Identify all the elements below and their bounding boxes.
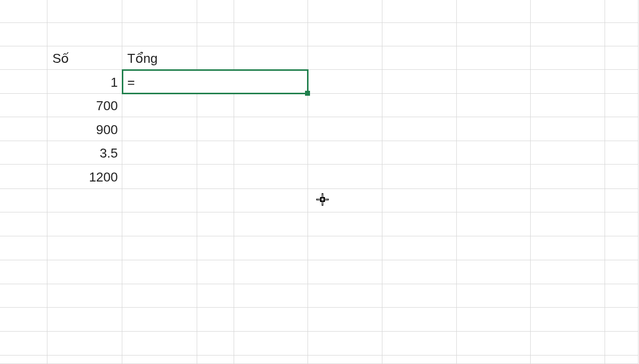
cell[interactable]	[457, 165, 531, 189]
cell[interactable]	[0, 117, 47, 141]
cell[interactable]	[197, 46, 234, 70]
cell[interactable]	[47, 23, 122, 46]
cell[interactable]	[457, 46, 531, 70]
cell[interactable]	[234, 356, 308, 364]
cell[interactable]	[308, 141, 382, 165]
cell[interactable]	[47, 189, 122, 212]
cell[interactable]	[0, 212, 47, 236]
cell[interactable]	[605, 356, 639, 364]
cell[interactable]	[308, 236, 382, 260]
cell[interactable]	[531, 141, 605, 165]
cell[interactable]	[457, 212, 531, 236]
cell[interactable]	[308, 46, 382, 70]
cell[interactable]	[234, 165, 308, 189]
cell[interactable]	[382, 94, 457, 117]
cell[interactable]	[457, 94, 531, 117]
cell[interactable]	[122, 0, 197, 23]
cell[interactable]	[0, 332, 47, 356]
cell[interactable]	[531, 212, 605, 236]
cell[interactable]	[457, 0, 531, 23]
cell[interactable]: Tổng	[122, 46, 197, 70]
cell[interactable]	[122, 284, 197, 308]
cell[interactable]: Số	[47, 46, 122, 70]
cell[interactable]	[308, 260, 382, 284]
cell[interactable]	[382, 141, 457, 165]
cell[interactable]	[122, 117, 197, 141]
cell[interactable]	[47, 260, 122, 284]
cell[interactable]	[605, 70, 639, 94]
cell[interactable]	[605, 332, 639, 356]
cell[interactable]	[197, 117, 234, 141]
cell[interactable]	[531, 308, 605, 332]
cell[interactable]	[197, 165, 234, 189]
active-cell[interactable]: =	[122, 70, 308, 94]
cell[interactable]	[308, 94, 382, 117]
spreadsheet-grid[interactable]: SốTổng17009003.51200=	[0, 0, 639, 364]
cell[interactable]	[197, 284, 234, 308]
cell[interactable]	[197, 236, 234, 260]
cell[interactable]	[197, 356, 234, 364]
cell[interactable]	[605, 236, 639, 260]
cell[interactable]	[122, 236, 197, 260]
cell[interactable]	[457, 189, 531, 212]
cell[interactable]	[457, 308, 531, 332]
cell[interactable]	[47, 236, 122, 260]
cell[interactable]	[197, 189, 234, 212]
cell[interactable]	[531, 70, 605, 94]
cell[interactable]	[308, 23, 382, 46]
cell[interactable]	[382, 308, 457, 332]
cell[interactable]	[0, 23, 47, 46]
cell[interactable]	[47, 356, 122, 364]
cell[interactable]	[605, 0, 639, 23]
cell[interactable]	[122, 189, 197, 212]
cell[interactable]	[308, 0, 382, 23]
cell[interactable]	[605, 117, 639, 141]
cell[interactable]	[531, 260, 605, 284]
cell[interactable]	[234, 94, 308, 117]
cell[interactable]	[197, 0, 234, 23]
cell[interactable]	[197, 212, 234, 236]
cell[interactable]	[308, 117, 382, 141]
cell[interactable]	[531, 236, 605, 260]
cell[interactable]	[382, 260, 457, 284]
cell[interactable]	[531, 332, 605, 356]
cell[interactable]: 1200	[47, 165, 122, 189]
cell[interactable]	[234, 236, 308, 260]
cell[interactable]	[457, 117, 531, 141]
cell[interactable]	[122, 356, 197, 364]
cell[interactable]	[457, 260, 531, 284]
cell[interactable]	[122, 23, 197, 46]
cell[interactable]	[605, 165, 639, 189]
cell[interactable]	[122, 165, 197, 189]
cell[interactable]: 1	[47, 70, 122, 94]
cell[interactable]	[234, 260, 308, 284]
cell[interactable]	[308, 308, 382, 332]
cell[interactable]	[122, 141, 197, 165]
cell[interactable]	[197, 260, 234, 284]
cell[interactable]	[47, 332, 122, 356]
cell[interactable]: 3.5	[47, 141, 122, 165]
cell[interactable]	[197, 94, 234, 117]
cell[interactable]	[0, 189, 47, 212]
cell[interactable]	[531, 284, 605, 308]
cell[interactable]	[234, 46, 308, 70]
cell[interactable]	[605, 46, 639, 70]
cell[interactable]	[605, 212, 639, 236]
cell[interactable]	[382, 236, 457, 260]
cell[interactable]	[531, 189, 605, 212]
cell[interactable]	[382, 23, 457, 46]
cell[interactable]	[457, 236, 531, 260]
cell[interactable]	[457, 23, 531, 46]
cell[interactable]	[0, 236, 47, 260]
cell[interactable]	[308, 165, 382, 189]
cell[interactable]	[0, 260, 47, 284]
cell[interactable]	[122, 260, 197, 284]
cell[interactable]	[122, 308, 197, 332]
cell[interactable]	[234, 308, 308, 332]
cell[interactable]	[605, 23, 639, 46]
cell[interactable]	[605, 284, 639, 308]
cell[interactable]	[531, 94, 605, 117]
cell[interactable]	[531, 117, 605, 141]
cell[interactable]	[457, 284, 531, 308]
cell[interactable]	[605, 94, 639, 117]
